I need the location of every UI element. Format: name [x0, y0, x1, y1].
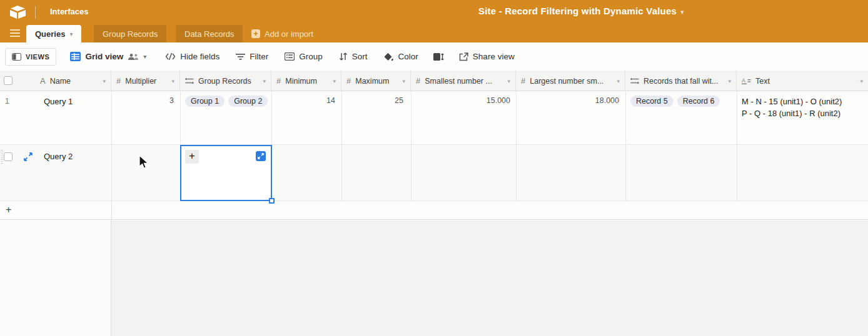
column-label: Name	[50, 77, 71, 86]
add-linked-record-button[interactable]: +	[185, 150, 199, 164]
cell-minimum[interactable]: 14	[271, 96, 335, 105]
column-header-smallest-number[interactable]: # Smallest number ... ▾	[411, 71, 516, 91]
number-field-icon: #	[276, 76, 281, 86]
hide-fields-label: Hide fields	[180, 52, 220, 61]
grid-header: A Name ▾ # Multiplier ▾ Group Records ▾ …	[0, 71, 868, 91]
column-header-text[interactable]: A Text ▾	[737, 71, 868, 91]
column-caret-icon: ▾	[103, 78, 106, 84]
linked-record-pill[interactable]: Group 1	[185, 96, 225, 107]
text-field-icon: A	[40, 76, 46, 86]
cell-records-that-fall[interactable]: Record 5Record 6	[630, 95, 724, 107]
linked-record-pill[interactable]: Group 2	[228, 96, 268, 107]
column-header-records-that-fall[interactable]: Records that fall wit... ▾	[625, 71, 737, 91]
view-caret-icon: ▾	[143, 53, 146, 60]
column-label: Records that fall wit...	[643, 77, 719, 86]
cell-multiplier[interactable]: 3	[111, 96, 174, 105]
views-button[interactable]: VIEWS	[5, 48, 56, 66]
column-label: Multiplier	[125, 77, 156, 86]
filter-icon	[236, 53, 245, 61]
share-view-label: Share view	[473, 52, 515, 61]
column-caret-icon: ▾	[617, 78, 620, 84]
column-label: Group Records	[198, 77, 251, 86]
title-caret-icon: ▾	[680, 8, 684, 16]
group-label: Group	[299, 52, 323, 61]
expand-cell-icon[interactable]	[256, 151, 266, 161]
cell-group-records[interactable]: Group 1Group 2	[185, 95, 271, 107]
column-label: Text	[755, 77, 770, 86]
row-number: 1	[5, 97, 9, 106]
column-caret-icon: ▾	[263, 78, 266, 84]
add-or-import-button[interactable]: + Add or import	[251, 25, 313, 42]
column-header-multiplier[interactable]: # Multiplier ▾	[111, 71, 180, 91]
tab-group-records-label: Group Records	[103, 29, 158, 39]
column-label: Maximum	[355, 77, 389, 86]
cell-largest-number[interactable]: 18.000	[516, 96, 619, 105]
expand-record-icon[interactable]	[24, 152, 33, 161]
interfaces-link[interactable]: Interfaces	[50, 7, 88, 16]
plus-icon: +	[251, 29, 260, 38]
view-name: Grid view	[85, 52, 123, 61]
sort-button[interactable]: Sort	[339, 52, 368, 61]
column-label: Smallest number ...	[425, 77, 492, 86]
tab-group-records[interactable]: Group Records	[94, 25, 166, 42]
linked-record-field-icon	[185, 77, 194, 84]
grid-background	[0, 220, 868, 336]
views-label: VIEWS	[26, 53, 49, 61]
frozen-column-background	[0, 220, 111, 336]
column-header-name[interactable]: A Name ▾	[0, 71, 111, 91]
cell-name[interactable]: Query 1	[44, 97, 73, 106]
group-button[interactable]: Group	[285, 52, 323, 61]
page-title-text: Site - Record Filtering with Dynamic Val…	[478, 6, 677, 16]
color-icon	[384, 52, 394, 61]
cell-smallest-number[interactable]: 15.000	[411, 96, 510, 105]
menu-icon[interactable]	[10, 29, 20, 38]
sidebar-icon	[12, 53, 21, 61]
sort-label: Sort	[352, 52, 368, 61]
sort-icon	[339, 52, 348, 61]
hide-fields-button[interactable]: Hide fields	[165, 52, 220, 61]
column-label: Minimum	[285, 77, 317, 86]
fill-handle[interactable]	[269, 198, 275, 204]
cell-text[interactable]: M - N - 15 (unit1) - O (unit2) P - Q - 1…	[742, 96, 842, 119]
row-drag-handle[interactable]	[1, 150, 3, 164]
row-height-icon	[433, 52, 444, 61]
cell-name[interactable]: Query 2	[44, 152, 73, 161]
share-view-button[interactable]: Share view	[459, 52, 515, 61]
tab-queries[interactable]: Queries ▾	[26, 25, 81, 42]
long-text-field-icon: A	[742, 77, 751, 85]
column-header-largest-number[interactable]: # Largest number sm... ▾	[516, 71, 625, 91]
column-header-maximum[interactable]: # Maximum ▾	[341, 71, 411, 91]
color-button[interactable]: Color	[384, 52, 418, 61]
tabbar: Queries ▾ Group Records Data Records + A…	[0, 25, 868, 42]
linked-record-pill[interactable]: Record 6	[677, 96, 720, 107]
selected-cell-group-records[interactable]: +	[180, 145, 272, 201]
grid-view-icon	[70, 52, 81, 61]
linked-record-pill[interactable]: Record 5	[630, 96, 674, 107]
filter-button[interactable]: Filter	[236, 52, 268, 61]
svg-text:A: A	[742, 77, 745, 84]
tab-queries-caret-icon: ▾	[69, 31, 73, 37]
page-title[interactable]: Site - Record Filtering with Dynamic Val…	[478, 6, 684, 16]
column-header-group-records[interactable]: Group Records ▾	[180, 71, 271, 91]
view-toolbar: VIEWS Grid view ▾ Hide fields Filter Gro…	[0, 42, 868, 71]
color-label: Color	[398, 52, 418, 61]
column-caret-icon: ▾	[333, 78, 336, 84]
number-field-icon: #	[521, 76, 525, 86]
filter-label: Filter	[250, 52, 268, 61]
number-field-icon: #	[416, 76, 420, 86]
table-row-query-2[interactable]: Query 2	[0, 145, 868, 201]
column-caret-icon: ▾	[728, 78, 731, 84]
grid-view-switcher[interactable]: Grid view ▾	[70, 52, 146, 61]
cell-maximum[interactable]: 25	[341, 96, 403, 105]
column-caret-icon: ▾	[402, 78, 405, 84]
row-checkbox[interactable]	[4, 152, 13, 161]
column-header-minimum[interactable]: # Minimum ▾	[271, 71, 341, 91]
table-row-query-1[interactable]: 1 Query 1 3 Group 1Group 2 14 25 15.000 …	[0, 91, 868, 145]
add-row-button[interactable]: +	[0, 201, 868, 220]
airtable-logo[interactable]	[10, 5, 26, 20]
tab-data-records[interactable]: Data Records	[176, 25, 243, 42]
linked-record-field-icon	[630, 77, 639, 84]
cell-text-line2: P - Q - 18 (unit1) - R (unit2)	[742, 107, 842, 119]
row-height-button[interactable]	[433, 52, 444, 61]
add-row-plus-icon: +	[6, 204, 11, 215]
